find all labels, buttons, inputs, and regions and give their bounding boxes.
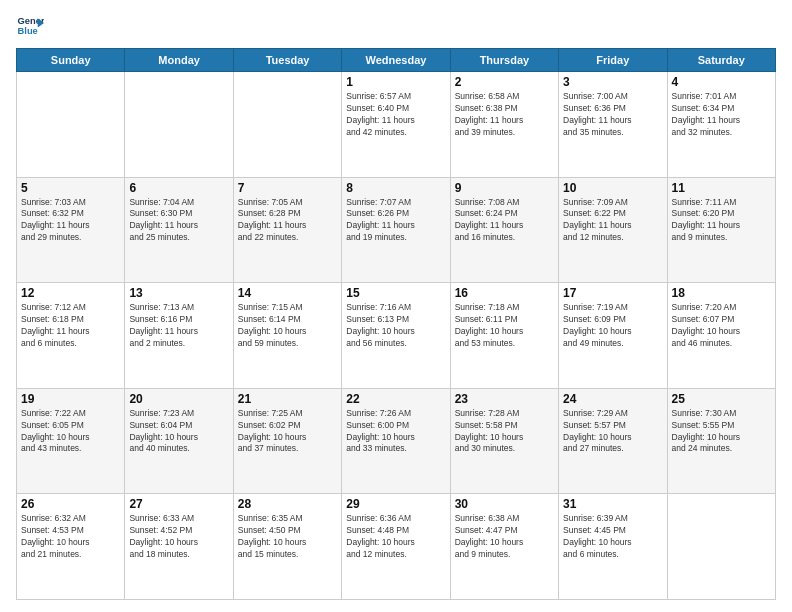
- cell-info: Sunrise: 6:57 AM Sunset: 6:40 PM Dayligh…: [346, 91, 445, 139]
- weekday-header-monday: Monday: [125, 49, 233, 72]
- day-number: 10: [563, 181, 662, 195]
- calendar-cell: 24Sunrise: 7:29 AM Sunset: 5:57 PM Dayli…: [559, 388, 667, 494]
- cell-info: Sunrise: 6:33 AM Sunset: 4:52 PM Dayligh…: [129, 513, 228, 561]
- calendar-cell: 13Sunrise: 7:13 AM Sunset: 6:16 PM Dayli…: [125, 283, 233, 389]
- day-number: 31: [563, 497, 662, 511]
- calendar-cell: 8Sunrise: 7:07 AM Sunset: 6:26 PM Daylig…: [342, 177, 450, 283]
- day-number: 16: [455, 286, 554, 300]
- calendar-cell: 30Sunrise: 6:38 AM Sunset: 4:47 PM Dayli…: [450, 494, 558, 600]
- calendar-cell: [233, 72, 341, 178]
- calendar-cell: 17Sunrise: 7:19 AM Sunset: 6:09 PM Dayli…: [559, 283, 667, 389]
- calendar-header: SundayMondayTuesdayWednesdayThursdayFrid…: [17, 49, 776, 72]
- day-number: 3: [563, 75, 662, 89]
- cell-info: Sunrise: 7:08 AM Sunset: 6:24 PM Dayligh…: [455, 197, 554, 245]
- cell-info: Sunrise: 6:35 AM Sunset: 4:50 PM Dayligh…: [238, 513, 337, 561]
- day-number: 26: [21, 497, 120, 511]
- logo: General Blue: [16, 12, 44, 40]
- cell-info: Sunrise: 7:23 AM Sunset: 6:04 PM Dayligh…: [129, 408, 228, 456]
- calendar-cell: 23Sunrise: 7:28 AM Sunset: 5:58 PM Dayli…: [450, 388, 558, 494]
- calendar-cell: 25Sunrise: 7:30 AM Sunset: 5:55 PM Dayli…: [667, 388, 775, 494]
- cell-info: Sunrise: 7:03 AM Sunset: 6:32 PM Dayligh…: [21, 197, 120, 245]
- day-number: 22: [346, 392, 445, 406]
- day-number: 13: [129, 286, 228, 300]
- calendar-cell: 18Sunrise: 7:20 AM Sunset: 6:07 PM Dayli…: [667, 283, 775, 389]
- calendar-cell: 5Sunrise: 7:03 AM Sunset: 6:32 PM Daylig…: [17, 177, 125, 283]
- calendar-cell: [667, 494, 775, 600]
- cell-info: Sunrise: 7:15 AM Sunset: 6:14 PM Dayligh…: [238, 302, 337, 350]
- day-number: 17: [563, 286, 662, 300]
- weekday-header-friday: Friday: [559, 49, 667, 72]
- calendar-week-2: 5Sunrise: 7:03 AM Sunset: 6:32 PM Daylig…: [17, 177, 776, 283]
- calendar-cell: 16Sunrise: 7:18 AM Sunset: 6:11 PM Dayli…: [450, 283, 558, 389]
- cell-info: Sunrise: 7:25 AM Sunset: 6:02 PM Dayligh…: [238, 408, 337, 456]
- calendar-cell: 2Sunrise: 6:58 AM Sunset: 6:38 PM Daylig…: [450, 72, 558, 178]
- cell-info: Sunrise: 7:30 AM Sunset: 5:55 PM Dayligh…: [672, 408, 771, 456]
- calendar-cell: 1Sunrise: 6:57 AM Sunset: 6:40 PM Daylig…: [342, 72, 450, 178]
- calendar-cell: 11Sunrise: 7:11 AM Sunset: 6:20 PM Dayli…: [667, 177, 775, 283]
- weekday-header-thursday: Thursday: [450, 49, 558, 72]
- day-number: 5: [21, 181, 120, 195]
- weekday-header-saturday: Saturday: [667, 49, 775, 72]
- calendar-cell: [125, 72, 233, 178]
- day-number: 21: [238, 392, 337, 406]
- svg-text:Blue: Blue: [18, 26, 38, 36]
- calendar-cell: 19Sunrise: 7:22 AM Sunset: 6:05 PM Dayli…: [17, 388, 125, 494]
- cell-info: Sunrise: 6:36 AM Sunset: 4:48 PM Dayligh…: [346, 513, 445, 561]
- cell-info: Sunrise: 7:26 AM Sunset: 6:00 PM Dayligh…: [346, 408, 445, 456]
- weekday-row: SundayMondayTuesdayWednesdayThursdayFrid…: [17, 49, 776, 72]
- calendar-cell: 29Sunrise: 6:36 AM Sunset: 4:48 PM Dayli…: [342, 494, 450, 600]
- calendar-cell: 22Sunrise: 7:26 AM Sunset: 6:00 PM Dayli…: [342, 388, 450, 494]
- cell-info: Sunrise: 7:16 AM Sunset: 6:13 PM Dayligh…: [346, 302, 445, 350]
- cell-info: Sunrise: 6:39 AM Sunset: 4:45 PM Dayligh…: [563, 513, 662, 561]
- calendar-cell: 26Sunrise: 6:32 AM Sunset: 4:53 PM Dayli…: [17, 494, 125, 600]
- calendar-body: 1Sunrise: 6:57 AM Sunset: 6:40 PM Daylig…: [17, 72, 776, 600]
- day-number: 2: [455, 75, 554, 89]
- day-number: 11: [672, 181, 771, 195]
- cell-info: Sunrise: 7:13 AM Sunset: 6:16 PM Dayligh…: [129, 302, 228, 350]
- day-number: 15: [346, 286, 445, 300]
- calendar-week-3: 12Sunrise: 7:12 AM Sunset: 6:18 PM Dayli…: [17, 283, 776, 389]
- day-number: 7: [238, 181, 337, 195]
- cell-info: Sunrise: 7:09 AM Sunset: 6:22 PM Dayligh…: [563, 197, 662, 245]
- day-number: 29: [346, 497, 445, 511]
- day-number: 1: [346, 75, 445, 89]
- calendar-cell: 20Sunrise: 7:23 AM Sunset: 6:04 PM Dayli…: [125, 388, 233, 494]
- calendar-cell: 10Sunrise: 7:09 AM Sunset: 6:22 PM Dayli…: [559, 177, 667, 283]
- cell-info: Sunrise: 7:01 AM Sunset: 6:34 PM Dayligh…: [672, 91, 771, 139]
- cell-info: Sunrise: 7:19 AM Sunset: 6:09 PM Dayligh…: [563, 302, 662, 350]
- calendar-week-4: 19Sunrise: 7:22 AM Sunset: 6:05 PM Dayli…: [17, 388, 776, 494]
- day-number: 9: [455, 181, 554, 195]
- cell-info: Sunrise: 7:04 AM Sunset: 6:30 PM Dayligh…: [129, 197, 228, 245]
- calendar-cell: 27Sunrise: 6:33 AM Sunset: 4:52 PM Dayli…: [125, 494, 233, 600]
- cell-info: Sunrise: 7:12 AM Sunset: 6:18 PM Dayligh…: [21, 302, 120, 350]
- calendar-cell: 15Sunrise: 7:16 AM Sunset: 6:13 PM Dayli…: [342, 283, 450, 389]
- calendar-cell: 9Sunrise: 7:08 AM Sunset: 6:24 PM Daylig…: [450, 177, 558, 283]
- day-number: 19: [21, 392, 120, 406]
- calendar-week-5: 26Sunrise: 6:32 AM Sunset: 4:53 PM Dayli…: [17, 494, 776, 600]
- calendar-cell: 7Sunrise: 7:05 AM Sunset: 6:28 PM Daylig…: [233, 177, 341, 283]
- calendar-cell: 31Sunrise: 6:39 AM Sunset: 4:45 PM Dayli…: [559, 494, 667, 600]
- calendar-table: SundayMondayTuesdayWednesdayThursdayFrid…: [16, 48, 776, 600]
- day-number: 24: [563, 392, 662, 406]
- day-number: 4: [672, 75, 771, 89]
- day-number: 6: [129, 181, 228, 195]
- cell-info: Sunrise: 7:28 AM Sunset: 5:58 PM Dayligh…: [455, 408, 554, 456]
- day-number: 23: [455, 392, 554, 406]
- cell-info: Sunrise: 7:07 AM Sunset: 6:26 PM Dayligh…: [346, 197, 445, 245]
- cell-info: Sunrise: 6:32 AM Sunset: 4:53 PM Dayligh…: [21, 513, 120, 561]
- cell-info: Sunrise: 7:00 AM Sunset: 6:36 PM Dayligh…: [563, 91, 662, 139]
- cell-info: Sunrise: 7:20 AM Sunset: 6:07 PM Dayligh…: [672, 302, 771, 350]
- weekday-header-sunday: Sunday: [17, 49, 125, 72]
- calendar-week-1: 1Sunrise: 6:57 AM Sunset: 6:40 PM Daylig…: [17, 72, 776, 178]
- header: General Blue: [16, 12, 776, 40]
- cell-info: Sunrise: 7:05 AM Sunset: 6:28 PM Dayligh…: [238, 197, 337, 245]
- weekday-header-wednesday: Wednesday: [342, 49, 450, 72]
- day-number: 8: [346, 181, 445, 195]
- calendar-cell: 3Sunrise: 7:00 AM Sunset: 6:36 PM Daylig…: [559, 72, 667, 178]
- day-number: 20: [129, 392, 228, 406]
- logo-icon: General Blue: [16, 12, 44, 40]
- page: General Blue SundayMondayTuesdayWednesda…: [0, 0, 792, 612]
- weekday-header-tuesday: Tuesday: [233, 49, 341, 72]
- day-number: 18: [672, 286, 771, 300]
- day-number: 30: [455, 497, 554, 511]
